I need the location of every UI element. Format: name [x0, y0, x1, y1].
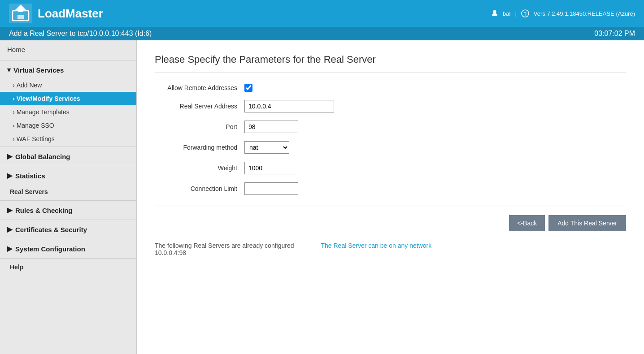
statistics-label: Statistics	[15, 172, 45, 180]
sidebar-section-statistics[interactable]: ▶ Statistics	[0, 167, 136, 184]
arrow-icon: ›	[13, 95, 15, 102]
sidebar-section-certs[interactable]: ▶ Certificates & Security	[0, 221, 136, 238]
sidebar-item-real-servers[interactable]: Real Servers	[0, 184, 136, 199]
header-username: bal	[503, 10, 510, 17]
sidebar-sub-waf-settings[interactable]: › WAF Settings	[0, 132, 136, 146]
form-title: Please Specify the Parameters for the Re…	[155, 54, 626, 65]
main-layout: Home ▾ Virtual Services › Add New › View…	[0, 40, 644, 354]
svg-rect-3	[17, 15, 24, 19]
rules-label: Rules & Checking	[15, 207, 73, 214]
form-row-port: Port	[155, 121, 626, 133]
system-config-arrow: ▶	[7, 245, 13, 253]
form-row-weight: Weight	[155, 162, 626, 174]
configured-servers-label: The following Real Servers are already c…	[155, 242, 294, 249]
header-subtitle: Add a Real Server to tcp/10.0.0.10:443 (…	[0, 27, 644, 40]
form-row-allow-remote: Allow Remote Addresses	[155, 84, 626, 92]
global-balancing-label: Global Balancing	[15, 153, 70, 160]
manage-templates-label: Manage Templates	[17, 108, 70, 116]
allow-remote-label: Allow Remote Addresses	[155, 84, 244, 91]
forwarding-method-label: Forwarding method	[155, 144, 244, 151]
connection-limit-label: Connection Limit	[155, 185, 244, 192]
real-server-address-input[interactable]	[244, 100, 334, 112]
button-row: <-Back Add This Real Server	[155, 215, 626, 231]
header: LoadMaster bal | ? Vers:7.2.49.1.18450.R…	[0, 0, 644, 40]
header-top: LoadMaster bal | ? Vers:7.2.49.1.18450.R…	[0, 0, 644, 27]
sidebar-sub-manage-sso[interactable]: › Manage SSO	[0, 119, 136, 132]
waf-settings-label: WAF Settings	[17, 135, 55, 142]
add-real-server-button[interactable]: Add This Real Server	[548, 215, 626, 231]
header-version: Vers:7.2.49.1.18450.RELEASE (Azure)	[534, 10, 635, 17]
page-subtitle: Add a Real Server to tcp/10.0.0.10:443 (…	[9, 30, 152, 38]
sidebar-item-home[interactable]: Home	[0, 40, 136, 59]
form-row-connection-limit: Connection Limit	[155, 182, 626, 195]
add-new-label: Add New	[17, 82, 42, 89]
sidebar: Home ▾ Virtual Services › Add New › View…	[0, 40, 137, 354]
port-input[interactable]	[244, 121, 298, 133]
header-brand: LoadMaster	[9, 4, 103, 23]
statistics-arrow: ▶	[7, 172, 13, 180]
configured-servers-detail: 10.0.0.4:98	[155, 249, 294, 256]
certs-label: Certificates & Security	[15, 226, 87, 233]
info-row: The following Real Servers are already c…	[155, 242, 626, 256]
sidebar-section-rules[interactable]: ▶ Rules & Checking	[0, 202, 136, 219]
app-title: LoadMaster	[38, 7, 103, 21]
virtual-services-arrow: ▾	[7, 66, 11, 74]
arrow-icon: ›	[13, 135, 15, 142]
sidebar-sub-add-new[interactable]: › Add New	[0, 78, 136, 92]
form-row-address: Real Server Address	[155, 100, 626, 112]
arrow-icon: ›	[13, 122, 15, 129]
header-right: bal | ? Vers:7.2.49.1.18450.RELEASE (Azu…	[491, 9, 635, 18]
sidebar-section-system-config[interactable]: ▶ System Configuration	[0, 240, 136, 257]
sidebar-sub-manage-templates[interactable]: › Manage Templates	[0, 105, 136, 119]
weight-label: Weight	[155, 164, 244, 172]
virtual-services-label: Virtual Services	[13, 66, 64, 74]
arrow-icon: ›	[13, 108, 15, 116]
sidebar-section-global-balancing[interactable]: ▶ Global Balancing	[0, 148, 136, 165]
main-content: Please Specify the Parameters for the Re…	[137, 40, 644, 354]
header-time: 03:07:02 PM	[594, 30, 635, 38]
form-title-divider	[155, 73, 626, 73]
user-icon	[491, 9, 498, 18]
allow-remote-checkbox[interactable]	[244, 84, 252, 92]
sidebar-item-help[interactable]: Help	[0, 259, 136, 275]
kemp-logo	[9, 4, 32, 23]
network-info-text: The Real Server can be on any network	[321, 242, 432, 256]
help-icon: ?	[521, 9, 529, 17]
certs-arrow: ▶	[7, 225, 13, 233]
arrow-icon: ›	[13, 82, 15, 89]
forwarding-method-select[interactable]: nat route tunnel portoverload	[244, 141, 289, 154]
svg-text:?: ?	[524, 11, 527, 17]
system-config-label: System Configuration	[15, 245, 85, 253]
form-row-forwarding: Forwarding method nat route tunnel porto…	[155, 141, 626, 154]
svg-point-4	[493, 10, 496, 13]
rules-arrow: ▶	[7, 206, 13, 214]
configured-servers-info: The following Real Servers are already c…	[155, 242, 294, 256]
connection-limit-input[interactable]	[244, 182, 298, 195]
view-modify-label: View/Modify Services	[17, 95, 80, 102]
port-label: Port	[155, 123, 244, 130]
bottom-divider	[155, 206, 626, 206]
manage-sso-label: Manage SSO	[17, 122, 54, 129]
separator-icon: |	[515, 10, 516, 17]
back-button[interactable]: <-Back	[509, 215, 545, 231]
sidebar-section-virtual-services[interactable]: ▾ Virtual Services	[0, 61, 136, 78]
global-balancing-arrow: ▶	[7, 152, 13, 160]
real-server-address-label: Real Server Address	[155, 103, 244, 110]
sidebar-sub-view-modify[interactable]: › View/Modify Services	[0, 92, 136, 105]
weight-input[interactable]	[244, 162, 298, 174]
